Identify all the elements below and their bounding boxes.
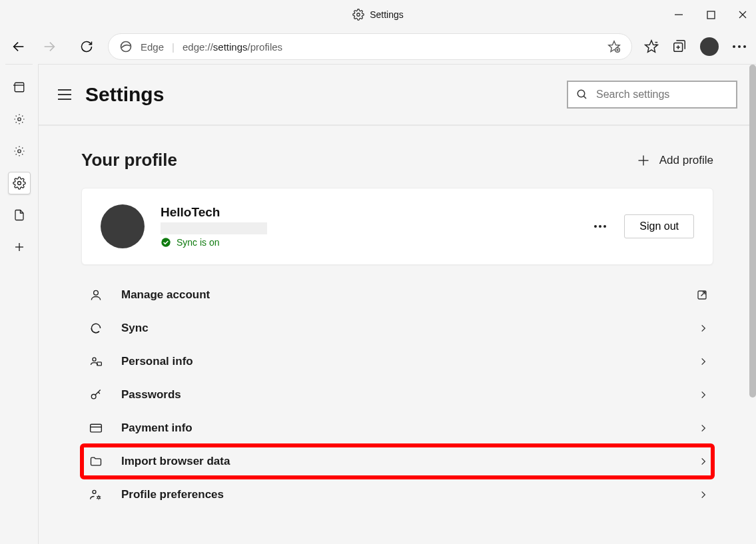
tabs-icon[interactable] xyxy=(8,76,31,99)
folder-import-icon xyxy=(87,455,105,468)
svg-point-19 xyxy=(738,45,741,48)
gear-icon xyxy=(352,9,364,21)
chevron-right-icon xyxy=(699,457,708,466)
search-input[interactable] xyxy=(596,89,729,101)
chevron-right-icon xyxy=(699,490,708,499)
forward-button[interactable] xyxy=(40,37,59,56)
svg-point-25 xyxy=(17,182,21,185)
address-edge-label: Edge xyxy=(141,41,164,53)
avatar xyxy=(101,204,145,248)
profile-avatar-button[interactable] xyxy=(700,37,719,56)
url-prefix: edge:// xyxy=(183,41,213,53)
menu-sync[interactable]: Sync xyxy=(81,312,713,345)
people-gear-icon xyxy=(87,488,105,501)
sync-icon xyxy=(87,322,105,335)
document-icon[interactable] xyxy=(8,204,31,226)
your-profile-heading: Your profile xyxy=(81,150,177,170)
svg-rect-21 xyxy=(15,83,24,92)
url-settings: settings xyxy=(213,41,248,53)
svg-line-32 xyxy=(583,96,586,99)
settings-content: Settings Your profile Add profile HelloT xyxy=(39,64,756,544)
svg-point-43 xyxy=(91,394,96,399)
menu-passwords[interactable]: Passwords xyxy=(81,378,713,411)
window-title: Settings xyxy=(370,9,404,20)
credit-card-icon xyxy=(87,421,105,435)
profile-card: HelloTech Sync is on Sign out xyxy=(81,188,713,265)
address-separator: | xyxy=(172,41,175,53)
svg-point-47 xyxy=(98,497,100,499)
more-icon[interactable] xyxy=(732,45,747,49)
new-tab-button[interactable] xyxy=(8,236,31,258)
gear-icon[interactable] xyxy=(8,140,31,162)
check-circle-icon xyxy=(161,237,171,248)
svg-point-23 xyxy=(17,118,21,121)
svg-point-46 xyxy=(93,490,96,493)
scrollbar[interactable] xyxy=(749,65,756,398)
svg-point-37 xyxy=(599,225,601,228)
settings-tab-icon[interactable] xyxy=(8,172,31,194)
window-maximize-button[interactable] xyxy=(704,8,717,21)
svg-point-24 xyxy=(17,150,21,153)
external-link-icon xyxy=(696,289,708,301)
url-suffix: /profiles xyxy=(248,41,283,53)
window-minimize-button[interactable] xyxy=(672,8,685,21)
svg-point-36 xyxy=(594,225,597,228)
window-titlebar: Settings xyxy=(0,0,756,29)
profile-email-redacted xyxy=(161,222,267,234)
menu-label: Import browser data xyxy=(121,455,230,468)
svg-point-38 xyxy=(603,225,606,228)
svg-point-31 xyxy=(577,90,585,97)
menu-payment-info[interactable]: Payment info xyxy=(81,411,713,445)
search-icon xyxy=(576,89,588,101)
menu-label: Manage account xyxy=(121,288,210,302)
more-icon[interactable] xyxy=(593,224,607,228)
key-icon xyxy=(87,388,105,402)
sign-out-button[interactable]: Sign out xyxy=(624,214,694,238)
search-settings-box[interactable] xyxy=(567,81,737,109)
menu-label: Personal info xyxy=(121,355,193,368)
settings-heading: Settings xyxy=(85,83,164,106)
refresh-button[interactable] xyxy=(77,37,96,56)
menu-label: Passwords xyxy=(121,388,181,402)
menu-import-browser-data[interactable]: Import browser data xyxy=(81,445,713,478)
vertical-tab-bar xyxy=(0,64,39,544)
collections-icon[interactable] xyxy=(672,39,687,54)
chevron-right-icon xyxy=(699,357,708,366)
edge-icon xyxy=(119,40,133,53)
svg-point-18 xyxy=(733,45,735,48)
svg-rect-2 xyxy=(707,11,715,19)
hamburger-icon[interactable] xyxy=(57,89,72,101)
menu-label: Sync xyxy=(121,322,149,335)
address-bar[interactable]: Edge | edge://settings/profiles xyxy=(108,33,632,60)
svg-point-20 xyxy=(743,45,746,48)
svg-point-39 xyxy=(94,290,99,295)
window-close-button[interactable] xyxy=(736,8,749,21)
favorites-icon[interactable] xyxy=(644,39,659,54)
person-icon xyxy=(87,288,105,302)
menu-manage-account[interactable]: Manage account xyxy=(81,278,713,312)
svg-point-0 xyxy=(357,13,360,17)
menu-personal-info[interactable]: Personal info xyxy=(81,345,713,378)
add-profile-button[interactable]: Add profile xyxy=(637,154,713,167)
menu-label: Profile preferences xyxy=(121,488,224,501)
chevron-right-icon xyxy=(699,390,708,400)
profile-name: HelloTech xyxy=(161,205,267,220)
gear-icon[interactable] xyxy=(8,108,31,131)
favorite-add-icon[interactable] xyxy=(607,40,621,53)
svg-rect-44 xyxy=(91,424,102,432)
chevron-right-icon xyxy=(699,324,708,333)
chevron-right-icon xyxy=(699,423,708,433)
browser-toolbar: Edge | edge://settings/profiles xyxy=(0,29,756,64)
svg-point-35 xyxy=(161,238,170,246)
menu-profile-preferences[interactable]: Profile preferences xyxy=(81,478,713,511)
add-profile-label: Add profile xyxy=(659,154,713,167)
sync-status: Sync is on xyxy=(177,237,220,248)
svg-point-41 xyxy=(93,358,96,361)
back-button[interactable] xyxy=(9,37,28,56)
id-card-icon xyxy=(87,355,105,368)
menu-label: Payment info xyxy=(121,421,192,435)
